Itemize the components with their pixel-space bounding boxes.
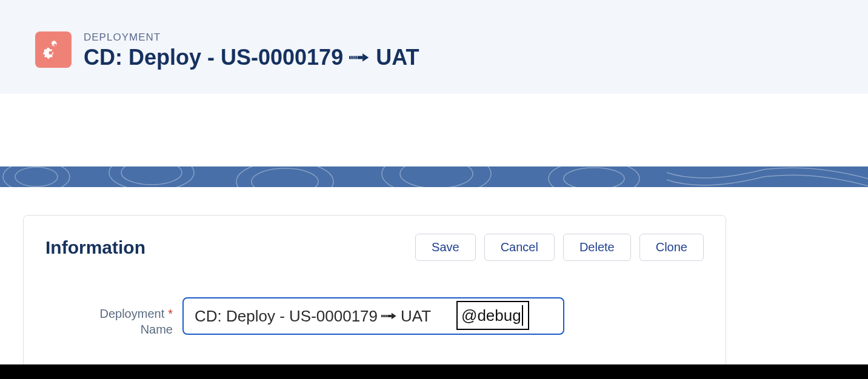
svg-marker-23 [392, 313, 396, 319]
action-buttons: Save Cancel Delete Clone [415, 234, 704, 261]
object-type-label: DEPLOYMENT [84, 31, 419, 44]
svg-rect-6 [358, 56, 363, 59]
ime-text: @debug [461, 306, 521, 325]
svg-point-11 [121, 166, 182, 185]
svg-point-14 [382, 166, 491, 187]
delete-button[interactable]: Delete [563, 234, 631, 261]
label-line2: Name [141, 323, 173, 336]
card-header: Information Save Cancel Delete Clone [45, 234, 704, 261]
wave-pattern-icon [0, 166, 868, 187]
svg-point-1 [48, 51, 52, 54]
section-title: Information [45, 237, 145, 258]
deployment-name-input-wrap: CD: Deploy - US-0000179 UAT @debug [182, 297, 564, 335]
svg-point-12 [236, 166, 333, 187]
svg-rect-22 [387, 315, 392, 317]
decorative-divider [0, 166, 868, 187]
ime-composition-box[interactable]: @debug [456, 301, 529, 330]
svg-rect-19 [383, 315, 384, 317]
deployment-name-field: Deployment* Name CD: Deploy - US-0000179… [45, 297, 704, 337]
svg-rect-2 [349, 56, 351, 59]
record-header: DEPLOYMENT CD: Deploy - US-0000179 UAT [0, 0, 868, 94]
save-button[interactable]: Save [415, 234, 476, 261]
input-value-prefix: CD: Deploy - US-0000179 [195, 307, 378, 326]
svg-point-17 [564, 168, 624, 187]
record-title-prefix: CD: Deploy - US-0000179 [84, 45, 343, 70]
svg-rect-21 [386, 315, 387, 317]
deployment-record-icon [35, 31, 72, 68]
record-title: CD: Deploy - US-0000179 UAT [84, 45, 419, 70]
gears-icon [43, 39, 64, 60]
text-caret-icon [522, 305, 523, 326]
svg-point-8 [3, 166, 70, 187]
sub-header-blank [0, 94, 868, 166]
clone-button[interactable]: Clone [639, 234, 704, 261]
svg-rect-20 [384, 315, 386, 317]
svg-point-15 [400, 166, 473, 187]
deployment-name-label: Deployment* Name [45, 297, 173, 337]
svg-rect-4 [353, 56, 355, 59]
svg-point-0 [54, 44, 56, 46]
label-line1: Deployment [99, 307, 164, 320]
bottom-black-bar [0, 364, 868, 379]
svg-point-16 [549, 166, 639, 187]
svg-rect-3 [352, 56, 353, 59]
input-value-suffix: UAT [401, 307, 431, 326]
cancel-button[interactable]: Cancel [484, 234, 555, 261]
svg-point-13 [252, 168, 318, 187]
information-card: Information Save Cancel Delete Clone Dep… [23, 215, 726, 374]
main-content: Information Save Cancel Delete Clone Dep… [0, 187, 868, 379]
svg-marker-7 [362, 53, 369, 62]
svg-rect-18 [381, 315, 382, 317]
svg-point-9 [15, 167, 58, 186]
record-title-suffix: UAT [376, 45, 419, 70]
arrow-right-icon [381, 311, 397, 321]
required-star-icon: * [168, 307, 173, 320]
svg-rect-5 [355, 56, 357, 59]
arrow-right-icon [349, 51, 370, 64]
